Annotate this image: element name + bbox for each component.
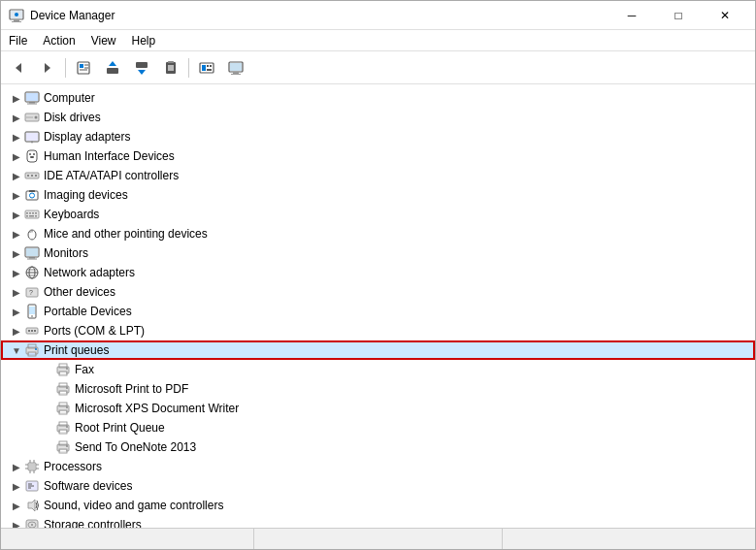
tree-item-portable[interactable]: ▶ Portable Devices [1, 302, 755, 321]
icon-network [24, 265, 40, 280]
tree-item-onenote[interactable]: ▶ Send To OneNote 2013 [1, 437, 755, 457]
label-other: Other devices [44, 285, 115, 299]
tree-item-network[interactable]: ▶ Network adapters [1, 263, 755, 282]
svg-point-75 [31, 315, 33, 317]
svg-point-42 [33, 153, 35, 155]
arrow-disk-drives: ▶ [9, 110, 24, 125]
svg-rect-43 [30, 156, 34, 158]
svg-rect-24 [210, 65, 212, 67]
label-root-print: Root Print Queue [75, 421, 165, 435]
tree-item-ms-pdf[interactable]: ▶ Microsoft Print to PDF [1, 379, 755, 399]
icon-fax [55, 362, 71, 377]
arrow-sound: ▶ [9, 498, 24, 513]
svg-rect-45 [27, 175, 29, 177]
arrow-portable: ▶ [9, 304, 24, 319]
menu-file[interactable]: File [1, 32, 35, 49]
svg-rect-38 [26, 133, 38, 141]
svg-rect-63 [26, 248, 38, 256]
svg-rect-47 [35, 175, 37, 177]
svg-rect-46 [31, 175, 33, 177]
svg-rect-52 [26, 212, 28, 214]
update-driver-icon [105, 60, 120, 76]
tree-item-sound[interactable]: ▶ Sound, video and game controllers [1, 496, 755, 515]
minimize-button[interactable]: ─ [609, 1, 654, 30]
app-icon [9, 8, 24, 23]
maximize-button[interactable]: □ [656, 1, 701, 30]
label-ms-pdf: Microsoft Print to PDF [75, 382, 188, 396]
tree-item-root-print[interactable]: ▶ Root Print Queue [1, 418, 755, 437]
tree-item-keyboards[interactable]: ▶ Keyboards [1, 205, 755, 224]
svg-rect-25 [207, 69, 212, 71]
svg-rect-20 [168, 61, 174, 63]
arrow-hid: ▶ [9, 148, 24, 164]
label-processors: Processors [44, 460, 102, 473]
icon-other: ? [24, 284, 40, 300]
svg-point-89 [66, 368, 68, 370]
icon-display-adapters [24, 129, 40, 145]
status-pane-3 [503, 529, 751, 549]
tree-item-mice[interactable]: ▶ Mice and other pointing devices [1, 224, 755, 243]
icon-software [24, 478, 40, 494]
update-driver-button[interactable] [99, 54, 126, 81]
scan-hardware-button[interactable] [193, 54, 220, 81]
arrow-other: ▶ [9, 284, 24, 300]
properties-button[interactable] [70, 54, 97, 81]
svg-rect-55 [35, 212, 37, 214]
svg-rect-51 [25, 210, 39, 218]
tree-item-imaging[interactable]: ▶ Imaging devices [1, 185, 755, 205]
tree-item-computer[interactable]: ▶ Computer [1, 88, 755, 108]
forward-button[interactable] [34, 54, 61, 81]
svg-rect-108 [60, 450, 66, 452]
tree-item-print-queues[interactable]: ▼ Print queues [1, 340, 755, 360]
device-tree[interactable]: ▶ Computer ▶ Disk drives ▶ Display adapt… [1, 84, 755, 528]
tree-item-software[interactable]: ▶ Software devices [1, 476, 755, 496]
tree-item-display-adapters[interactable]: ▶ Display adapters [1, 127, 755, 146]
svg-rect-27 [230, 63, 242, 71]
tree-item-disk-drives[interactable]: ▶ Disk drives [1, 108, 755, 127]
svg-point-49 [30, 193, 35, 198]
uninstall-button[interactable] [157, 54, 184, 81]
svg-point-127 [31, 524, 33, 526]
rollback-button[interactable] [128, 54, 155, 81]
display-button[interactable] [222, 54, 249, 81]
tree-item-storage[interactable]: ▶ Storage controllers [1, 515, 755, 528]
tree-item-monitors[interactable]: ▶ Monitors [1, 243, 755, 263]
tree-item-hid[interactable]: ▶ Human Interface Devices [1, 146, 755, 166]
forward-icon [41, 61, 54, 75]
tree-item-ms-xps[interactable]: ▶ Microsoft XPS Document Writer [1, 399, 755, 418]
label-ports: Ports (COM & LPT) [44, 324, 145, 338]
svg-point-77 [28, 330, 30, 332]
svg-rect-111 [29, 464, 35, 469]
tree-item-other[interactable]: ▶ ? Other devices [1, 282, 755, 302]
close-button[interactable]: ✕ [703, 1, 747, 30]
title-bar-left: Device Manager [9, 8, 115, 23]
tree-item-processors[interactable]: ▶ Processors [1, 457, 755, 476]
svg-point-79 [34, 330, 36, 332]
svg-point-41 [29, 153, 31, 155]
label-print-queues: Print queues [44, 343, 109, 357]
title-bar-controls: ─ □ ✕ [609, 1, 747, 30]
svg-rect-22 [202, 65, 206, 71]
scan-icon [199, 60, 214, 76]
svg-point-109 [66, 445, 68, 447]
svg-point-99 [66, 406, 68, 408]
rollback-icon [134, 60, 149, 76]
label-sound: Sound, video and game controllers [44, 499, 223, 512]
svg-rect-2 [14, 19, 19, 21]
menu-help[interactable]: Help [124, 32, 164, 49]
label-network: Network adapters [44, 266, 135, 279]
tree-item-ports[interactable]: ▶ Ports (COM & LPT) [1, 321, 755, 340]
menu-action[interactable]: Action [35, 32, 82, 49]
svg-point-104 [66, 426, 68, 428]
arrow-ide: ▶ [9, 168, 24, 183]
svg-rect-12 [107, 68, 118, 74]
tree-item-ide[interactable]: ▶ IDE ATA/ATAPI controllers [1, 166, 755, 185]
menu-view[interactable]: View [83, 32, 124, 49]
icon-computer [24, 90, 40, 106]
back-button[interactable] [5, 54, 32, 81]
icon-ports [24, 323, 40, 339]
svg-rect-56 [26, 215, 28, 217]
label-portable: Portable Devices [44, 305, 132, 318]
svg-rect-64 [29, 257, 35, 259]
tree-item-fax[interactable]: ▶ Fax [1, 360, 755, 379]
